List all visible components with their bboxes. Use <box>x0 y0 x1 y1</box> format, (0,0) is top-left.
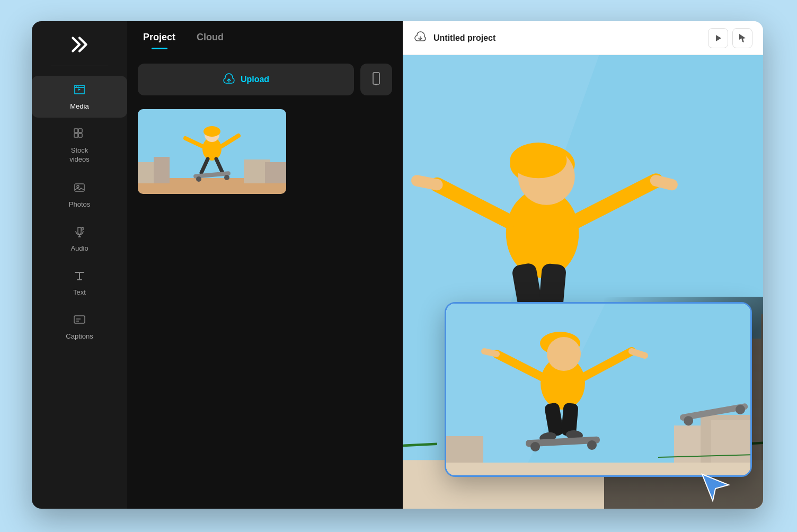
preview-header: Untitled project <box>403 21 763 55</box>
svg-line-73 <box>632 351 645 356</box>
tab-project[interactable]: Project <box>143 32 175 45</box>
svg-rect-2 <box>74 129 78 132</box>
sidebar-item-media[interactable]: Media <box>32 76 127 118</box>
media-thumbnail-skater[interactable] <box>138 109 286 194</box>
svg-rect-4 <box>74 134 78 137</box>
header-actions <box>708 28 752 48</box>
svg-line-49 <box>417 181 437 185</box>
svg-point-7 <box>77 185 79 188</box>
sidebar-item-text[interactable]: Text <box>32 262 127 304</box>
app-logo <box>67 32 92 57</box>
sidebar-item-label-stock: Stockvideos <box>69 146 90 164</box>
svg-point-47 <box>510 143 566 178</box>
media-grid <box>127 104 403 199</box>
play-button[interactable] <box>708 28 728 48</box>
svg-rect-13 <box>74 316 85 323</box>
svg-line-71 <box>484 351 497 354</box>
sidebar-divider <box>51 66 108 66</box>
text-icon <box>73 269 86 285</box>
sidebar-item-stock-videos[interactable]: Stockvideos <box>32 120 127 172</box>
svg-marker-84 <box>702 474 729 501</box>
device-button[interactable] <box>360 64 392 95</box>
stock-videos-icon <box>73 127 86 143</box>
svg-point-32 <box>196 176 201 182</box>
svg-rect-3 <box>78 129 82 132</box>
sidebar-item-label-captions: Captions <box>66 332 93 340</box>
upload-button[interactable]: Upload <box>138 64 354 95</box>
svg-point-0 <box>76 86 77 87</box>
sidebar-item-captions[interactable]: Captions <box>32 306 127 348</box>
captions-icon <box>73 313 86 329</box>
cloud-save-icon <box>413 31 427 45</box>
audio-icon <box>73 225 86 241</box>
svg-point-80 <box>587 440 597 450</box>
media-icon <box>73 83 86 99</box>
svg-point-69 <box>547 337 581 371</box>
tabs-bar: Project Cloud <box>127 21 403 55</box>
app-container: Media Stockvideos <box>32 21 763 509</box>
sidebar-item-label-text: Text <box>73 288 86 296</box>
svg-point-79 <box>530 442 540 451</box>
sidebar-item-photos[interactable]: Photos <box>32 174 127 216</box>
sidebar: Media Stockvideos <box>32 21 127 509</box>
svg-line-51 <box>656 181 672 185</box>
svg-rect-6 <box>75 184 84 191</box>
floating-preview <box>445 302 752 477</box>
svg-rect-16 <box>373 73 379 84</box>
preview-body: Ratio <box>403 55 763 509</box>
tab-cloud[interactable]: Cloud <box>197 32 224 45</box>
sidebar-item-label-media: Media <box>70 102 88 110</box>
sidebar-item-label-photos: Photos <box>69 200 90 208</box>
upload-btn-label: Upload <box>241 75 269 84</box>
svg-point-1 <box>78 86 79 87</box>
sidebar-item-label-audio: Audio <box>70 244 88 252</box>
svg-point-28 <box>203 126 220 137</box>
svg-rect-23 <box>265 162 286 183</box>
upload-area: Upload <box>127 55 403 104</box>
project-title: Untitled project <box>433 33 702 43</box>
upload-icon <box>223 72 235 87</box>
photos-icon <box>73 181 86 197</box>
right-panel: Untitled project Ratio <box>403 21 763 509</box>
svg-point-33 <box>224 175 229 180</box>
pointer-button[interactable] <box>732 28 752 48</box>
middle-panel: Project Cloud Upload <box>127 21 403 509</box>
sidebar-item-audio[interactable]: Audio <box>32 218 127 260</box>
svg-rect-5 <box>78 134 82 137</box>
svg-rect-21 <box>154 157 170 183</box>
